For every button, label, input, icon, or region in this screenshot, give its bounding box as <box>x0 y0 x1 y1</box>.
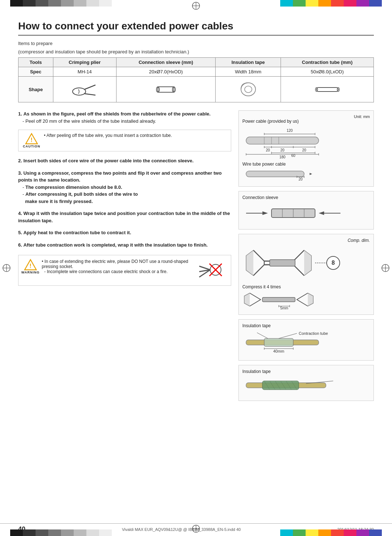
step1-text: As shown in the figure, peel off the shi… <box>23 111 211 117</box>
caution-text: • After peeling off the tube wire, you m… <box>44 133 172 138</box>
svg-text:8: 8 <box>331 260 335 266</box>
bottom-right-color-strip <box>280 529 382 536</box>
contraction-tube-shape-icon <box>315 83 340 96</box>
svg-marker-63 <box>262 211 268 215</box>
insulation-tape-label: Insulation tape <box>242 323 370 328</box>
warning-label-text: WARNING <box>21 271 40 274</box>
power-cable-diagram: Unit: mm Power cable (provided by us) 20 <box>238 110 374 187</box>
svg-marker-69 <box>319 211 324 215</box>
step1-number: 1. <box>18 111 22 117</box>
step-3: 3. Using a compressor, compress the two … <box>18 170 231 205</box>
step3-sub1: - The compression dimension should be 8.… <box>18 184 231 191</box>
col-crimping: Crimping plier <box>53 58 116 67</box>
step3-text: Using a compressor, compress the two poi… <box>18 170 222 183</box>
step6-number: 6. <box>18 242 22 248</box>
wire-tube-svg: 20 <box>242 167 344 181</box>
svg-text:!: ! <box>29 263 31 269</box>
col-contraction: Contraction tube (mm) <box>281 58 374 67</box>
svg-rect-56 <box>246 171 304 177</box>
warning-box: ! WARNING • In case of extending the ele… <box>18 255 231 286</box>
reg-mark-bottom <box>192 524 200 533</box>
svg-line-24 <box>199 266 210 270</box>
shape-crimping <box>53 77 116 102</box>
left-color-strip <box>10 0 112 7</box>
svg-text:!: ! <box>30 137 32 143</box>
svg-text:5mm: 5mm <box>280 306 288 309</box>
svg-text:20: 20 <box>302 148 306 152</box>
svg-rect-30 <box>246 137 319 144</box>
col-tools: Tools <box>19 58 53 67</box>
shape-contraction <box>281 77 374 102</box>
step-5: 5. Apply heat to the contraction tube to… <box>18 229 231 236</box>
insulation-svg: Contraction tube 40mm <box>242 330 344 355</box>
shape-label: Shape <box>19 77 53 102</box>
compress-svg: 8 <box>242 243 344 283</box>
final-insulation-label: Insulation tape <box>242 369 370 374</box>
caution-triangle-icon: ! <box>25 133 38 145</box>
warning-triangle-icon: ! <box>24 259 37 271</box>
warning-socket-icon <box>197 259 226 281</box>
step-4: 4. Wrap it with the insulation tape twic… <box>18 210 231 224</box>
wire-tube-label: Wire tube power cable <box>242 162 370 167</box>
step-2: 2. Insert both sides of core wire of the… <box>18 157 231 165</box>
final-insulation-svg <box>242 375 344 395</box>
step4-number: 4. <box>18 211 22 216</box>
footer-left: Vivaldi MAX EUR_AQV09&12U@ @ IB&IM_33988… <box>122 527 241 532</box>
connection-sleeve-diagram: Connection sleeve <box>238 191 374 230</box>
final-insulation-diagram: Insulation tape <box>238 365 374 401</box>
diagrams-column: Unit: mm Power cable (provided by us) 20 <box>238 110 374 405</box>
svg-text:20: 20 <box>280 148 285 152</box>
connection-sleeve-label: Connection sleeve <box>242 195 370 200</box>
svg-rect-74 <box>262 297 295 302</box>
svg-text:20: 20 <box>298 177 303 181</box>
shape-sleeve <box>116 77 215 102</box>
spec-insulation: Width 18mm <box>216 67 281 77</box>
svg-text:180: 180 <box>279 155 285 159</box>
spec-label: Spec <box>19 67 53 77</box>
svg-rect-80 <box>264 338 293 346</box>
caution-label-text: CAUTION <box>23 145 40 148</box>
step-6: 6. After tube contraction work is comple… <box>18 241 231 249</box>
step1-sub: - Peel off 20 mm of the wire shields of … <box>18 118 231 125</box>
insulation-diagram: Insulation tape Contraction tube 40mm <box>238 319 374 361</box>
caution-icon-group: ! CAUTION <box>23 133 40 148</box>
warning-icon-group: ! WARNING <box>23 259 38 274</box>
col-sleeve: Connection sleeve (mm) <box>116 58 215 67</box>
connection-sleeve-svg <box>242 202 344 224</box>
comp-dim-label: Comp. dim. <box>242 238 370 243</box>
step5-number: 5. <box>18 230 22 235</box>
warning-line1: In case of extending the electric wire, … <box>42 259 188 269</box>
shape-insulation <box>216 77 281 102</box>
svg-line-10 <box>85 85 95 89</box>
warning-diagram <box>197 259 226 282</box>
reg-mark-left <box>2 264 11 272</box>
right-color-strip <box>280 0 382 7</box>
svg-text:20: 20 <box>266 148 270 152</box>
step2-text: Insert both sides of core wire of the po… <box>23 158 193 163</box>
power-cable-svg: 20 20 20 60 120 <box>242 126 344 159</box>
svg-point-16 <box>245 86 252 93</box>
steps-column: 1. As shown in the figure, peel off the … <box>18 110 231 405</box>
svg-text:120: 120 <box>286 129 293 133</box>
svg-rect-70 <box>270 260 295 266</box>
connection-sleeve-shape-icon <box>155 83 177 96</box>
spec-contraction: 50xØ8.0(LxOD) <box>281 67 374 77</box>
compress-times-label: Compress it 4 times <box>242 284 370 289</box>
items-note-line1: Items to prepare <box>18 41 374 46</box>
col-insulation: Insulation tape <box>216 58 281 67</box>
spec-sleeve: 20xØ7.0(HxOD) <box>116 67 215 77</box>
unit-label: Unit: mm <box>242 114 370 119</box>
items-note-line2: (compressor and insulation tape should b… <box>18 49 374 54</box>
step3-number: 3. <box>18 170 22 176</box>
step4-text: Wrap it with the insulation tape twice a… <box>18 211 230 223</box>
bottom-left-color-strip <box>10 529 112 536</box>
step6-text: After tube contraction work is completed… <box>23 242 208 248</box>
svg-marker-61 <box>305 173 312 175</box>
warning-line2: - Incomplete wire connections can cause … <box>44 269 168 274</box>
warning-text-block: • In case of extending the electric wire… <box>42 259 190 274</box>
svg-rect-12 <box>158 87 174 92</box>
spec-crimping: MH-14 <box>53 67 116 77</box>
crimping-plier-icon <box>72 81 97 98</box>
step3-sub2: - After compressing it, pull both sides … <box>18 191 231 205</box>
svg-line-81 <box>279 333 297 338</box>
